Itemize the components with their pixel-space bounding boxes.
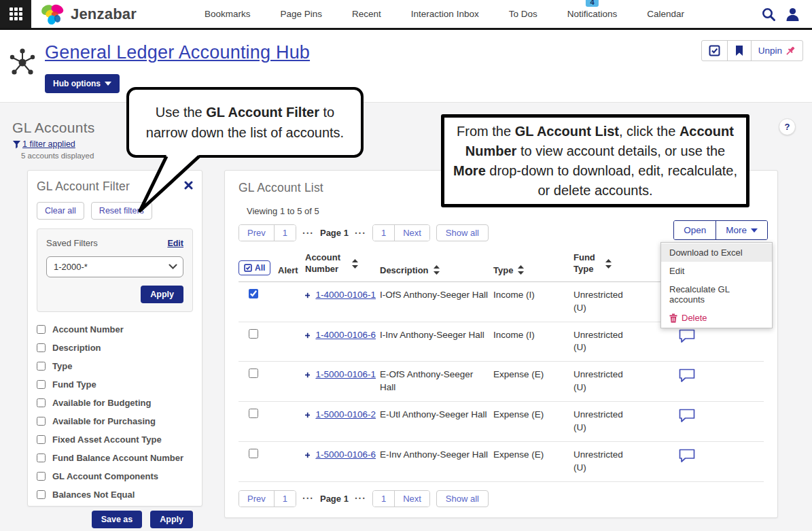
sort-icon[interactable] bbox=[434, 265, 440, 275]
search-icon[interactable] bbox=[761, 7, 776, 22]
edit-saved-filters-link[interactable]: Edit bbox=[167, 239, 183, 248]
checkbox[interactable] bbox=[37, 398, 46, 407]
comment-icon[interactable] bbox=[679, 329, 696, 347]
fund-type-cell: Unrestricted (U) bbox=[573, 289, 633, 315]
user-icon[interactable] bbox=[785, 7, 800, 22]
nav-recent[interactable]: Recent bbox=[352, 9, 381, 19]
help-button[interactable]: ? bbox=[779, 118, 796, 135]
brand-logo[interactable]: Jenzabar bbox=[38, 1, 137, 27]
accounts-displayed-text: 5 accounts displayed bbox=[21, 152, 95, 160]
type-cell: Expense (E) bbox=[493, 441, 573, 481]
filter-callout-bubble: Use the GL Account Filter to narrow down… bbox=[126, 87, 364, 158]
row-select-checkbox[interactable] bbox=[249, 449, 258, 458]
checkbox[interactable] bbox=[37, 380, 46, 389]
account-number-link[interactable]: 1-5000-0106-2 bbox=[315, 409, 376, 422]
saved-filter-select[interactable]: 1-2000-* bbox=[46, 256, 183, 277]
saved-filter-apply-button[interactable]: Apply bbox=[141, 286, 183, 303]
account-number-link[interactable]: 1-4000-0106-1 bbox=[315, 289, 376, 302]
description-cell: E-Inv Anthony-Seeger Hall bbox=[380, 441, 493, 481]
nav-page-pins[interactable]: Page Pins bbox=[281, 9, 323, 19]
filter-applied-link[interactable]: 1 filter applied bbox=[22, 139, 75, 149]
page-1-button[interactable]: 1 bbox=[274, 225, 296, 241]
next-page-button[interactable]: Next bbox=[394, 225, 429, 241]
top-nav-bar: Jenzabar Bookmarks Page Pins Recent Inte… bbox=[0, 0, 812, 30]
account-number-link[interactable]: 1-4000-0106-6 bbox=[315, 329, 376, 342]
app-menu-button[interactable] bbox=[0, 0, 31, 28]
filter-apply-button[interactable]: Apply bbox=[150, 511, 193, 528]
page-check-button[interactable] bbox=[702, 41, 727, 61]
hub-options-button[interactable]: Hub options bbox=[45, 74, 120, 93]
nav-notifications[interactable]: Notifications4 bbox=[567, 9, 618, 19]
expand-plus-icon[interactable] bbox=[305, 371, 310, 379]
checkbox[interactable] bbox=[37, 472, 46, 481]
select-all-button[interactable]: All bbox=[239, 260, 270, 275]
filter-option-gl-account-components[interactable]: GL Account Components bbox=[37, 471, 193, 481]
checkbox[interactable] bbox=[37, 343, 46, 352]
gl-accounts-summary: GL Accounts 1 filter applied 5 accounts … bbox=[12, 120, 95, 160]
page-1-button[interactable]: 1 bbox=[373, 491, 394, 507]
menu-delete[interactable]: Delete bbox=[661, 309, 772, 327]
pushpin-icon bbox=[785, 46, 796, 56]
filter-option-fixed-asset-account-type[interactable]: Fixed Asset Account Type bbox=[37, 434, 193, 445]
checkbox[interactable] bbox=[37, 490, 46, 499]
clear-all-button[interactable]: Clear all bbox=[37, 202, 84, 220]
nav-calendar[interactable]: Calendar bbox=[647, 9, 684, 19]
checkbox[interactable] bbox=[37, 435, 46, 444]
show-all-button[interactable]: Show all bbox=[436, 224, 489, 241]
filter-option-account-number[interactable]: Account Number bbox=[37, 324, 193, 335]
filter-option-available-for-purchasing[interactable]: Available for Purchasing bbox=[37, 416, 193, 426]
col-header-alert: Alert bbox=[278, 252, 305, 281]
comment-icon[interactable] bbox=[679, 409, 696, 427]
filter-option-available-for-budgeting[interactable]: Available for Budgeting bbox=[37, 398, 193, 408]
expand-plus-icon[interactable] bbox=[305, 451, 310, 460]
nav-items: Bookmarks Page Pins Recent Interaction I… bbox=[205, 9, 684, 19]
page-title-link[interactable]: General Ledger Accounting Hub bbox=[45, 42, 310, 63]
expand-plus-icon[interactable] bbox=[305, 331, 310, 340]
filter-option-fund-balance-account-number[interactable]: Fund Balance Account Number bbox=[37, 453, 193, 463]
row-select-checkbox[interactable] bbox=[249, 369, 258, 378]
comment-icon[interactable] bbox=[679, 449, 696, 467]
nav-interaction-inbox[interactable]: Interaction Inbox bbox=[411, 9, 479, 19]
expand-plus-icon[interactable] bbox=[305, 411, 310, 419]
account-number-link[interactable]: 1-5000-0106-6 bbox=[315, 449, 376, 462]
save-as-button[interactable]: Save as bbox=[92, 511, 143, 528]
menu-edit[interactable]: Edit bbox=[661, 262, 772, 280]
filter-option-balances-not-equal[interactable]: Balances Not Equal bbox=[37, 490, 193, 500]
checkbox[interactable] bbox=[37, 453, 46, 462]
checkbox[interactable] bbox=[37, 362, 46, 371]
expand-plus-icon[interactable] bbox=[305, 291, 310, 300]
col-header-type: Type bbox=[493, 252, 573, 281]
show-all-button[interactable]: Show all bbox=[436, 490, 489, 507]
row-select-checkbox[interactable] bbox=[249, 329, 258, 339]
sort-icon[interactable] bbox=[605, 259, 612, 269]
checkbox[interactable] bbox=[37, 417, 46, 426]
nav-to-dos[interactable]: To Dos bbox=[509, 9, 537, 19]
next-page-button[interactable]: Next bbox=[394, 491, 429, 507]
type-cell: Expense (E) bbox=[493, 362, 573, 402]
more-button[interactable]: More bbox=[716, 221, 767, 239]
bookmark-button[interactable] bbox=[727, 41, 751, 61]
account-number-link[interactable]: 1-5000-0106-1 bbox=[315, 369, 376, 381]
more-dropdown-menu: Download to Excel Edit Recalculate GL ac… bbox=[660, 242, 773, 328]
menu-recalculate[interactable]: Recalculate GL accounts bbox=[661, 280, 772, 309]
menu-download-to-excel[interactable]: Download to Excel bbox=[661, 243, 772, 262]
sort-icon[interactable] bbox=[352, 259, 358, 269]
prev-page-button[interactable]: Prev bbox=[239, 225, 274, 241]
nav-bookmarks[interactable]: Bookmarks bbox=[205, 9, 251, 19]
checkbox[interactable] bbox=[37, 325, 46, 334]
row-select-checkbox[interactable] bbox=[249, 289, 258, 298]
comment-icon[interactable] bbox=[679, 369, 696, 387]
filter-option-type[interactable]: Type bbox=[37, 361, 193, 371]
filter-option-fund-type[interactable]: Fund Type bbox=[37, 379, 193, 390]
filter-option-description[interactable]: Description bbox=[37, 343, 193, 353]
unpin-button[interactable]: Unpin bbox=[751, 41, 802, 61]
description-cell: E-OfS Anthony-Seeger Hall bbox=[380, 362, 493, 402]
sort-icon[interactable] bbox=[518, 265, 524, 275]
open-button[interactable]: Open bbox=[674, 221, 716, 239]
row-select-checkbox[interactable] bbox=[249, 409, 258, 418]
page-1-button[interactable]: 1 bbox=[373, 225, 394, 241]
prev-page-button[interactable]: Prev bbox=[239, 491, 274, 507]
fund-type-cell: Unrestricted (U) bbox=[573, 369, 633, 394]
fund-type-cell: Unrestricted (U) bbox=[573, 329, 633, 355]
page-1-button[interactable]: 1 bbox=[274, 491, 296, 507]
